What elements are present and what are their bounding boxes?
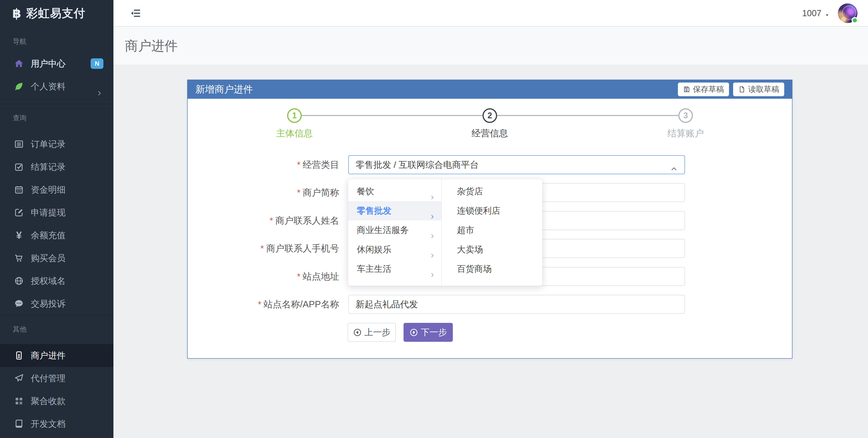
sidebar-item-user-center[interactable]: 用户中心 N: [0, 52, 114, 75]
panel-header: 新增商户进件 保存草稿 读取草稿: [188, 80, 792, 99]
required-asterisk: *: [297, 188, 300, 197]
brand-name: 彩虹易支付: [26, 6, 86, 21]
file-icon: [738, 86, 745, 93]
sidebar-item-label: 用户中心: [31, 59, 65, 68]
category-item-business-life-services[interactable]: 商业生活服务: [348, 221, 441, 240]
next-step-label: 下一步: [421, 327, 447, 338]
chevron-up-icon: [670, 161, 678, 169]
sidebar-item-label: 开发文档: [31, 419, 65, 429]
sidebar-section-query: 查询 订单记录 结算记录 资金明细: [0, 104, 114, 315]
sidebar-item-authorized-domains[interactable]: 授权域名: [0, 270, 114, 292]
save-draft-button[interactable]: 保存草稿: [678, 82, 729, 96]
sidebar-item-balance-recharge[interactable]: ¥ 余额充值: [0, 224, 114, 247]
section-label: 导航: [0, 27, 114, 52]
sidebar-item-label: 授权域名: [31, 276, 65, 286]
save-icon: [683, 86, 690, 93]
subcategory-item-hypermarket[interactable]: 大卖场: [442, 240, 542, 259]
next-step-button[interactable]: 下一步: [404, 323, 453, 342]
online-status-dot: [851, 17, 858, 24]
sidebar-item-buy-membership[interactable]: 购买会员: [0, 247, 114, 270]
required-asterisk: *: [297, 272, 300, 281]
sidebar-item-settlement-records[interactable]: 结算记录: [0, 156, 114, 178]
sidebar-item-profile[interactable]: 个人资料: [0, 75, 114, 98]
subcategory-item-supermarket[interactable]: 超市: [442, 221, 542, 240]
check-square-icon: [14, 162, 24, 172]
sidebar-item-label: 结算记录: [31, 162, 65, 172]
sidebar-item-withdraw-request[interactable]: 申请提现: [0, 201, 114, 224]
selected-category-value: 零售批发 / 互联网综合电商平台: [355, 160, 479, 170]
step-2-circle: 2: [483, 108, 497, 123]
page-heading-bar: 商户进件: [114, 27, 868, 65]
load-draft-button[interactable]: 读取草稿: [733, 82, 784, 96]
category-column: 餐饮 零售批发 商业生活服务 休闲娱乐: [348, 179, 442, 286]
panel-title: 新增商户进件: [195, 83, 253, 96]
id-card-icon: [14, 351, 24, 360]
subcategory-item-clipped[interactable]: [442, 279, 542, 286]
previous-step-button[interactable]: 上一步: [348, 323, 396, 342]
sidebar-item-aggregate-collection[interactable]: 聚合收款: [0, 390, 114, 412]
sidebar-item-label: 聚合收款: [31, 396, 65, 406]
sidebar-item-merchant-onboarding[interactable]: 商户进件: [0, 344, 114, 367]
sidebar-item-label: 资金明细: [31, 185, 65, 195]
step-1-label: 主体信息: [249, 127, 340, 139]
step-3-label: 结算账户: [640, 127, 731, 139]
required-asterisk: *: [297, 160, 300, 170]
chevron-right-icon: [96, 82, 103, 90]
sidebar-item-label: 个人资料: [31, 81, 65, 91]
chevron-right-icon: [429, 188, 435, 195]
site-name-input[interactable]: [348, 295, 685, 314]
topbar: 1007: [114, 0, 868, 27]
sidebar-item-label: 申请提现: [31, 208, 65, 217]
merchant-onboarding-panel: 新增商户进件 保存草稿 读取草稿 1 2 3 主体信息 经: [187, 79, 793, 359]
user-menu[interactable]: 1007: [802, 8, 830, 18]
category-item-leisure-entertainment[interactable]: 休闲娱乐: [348, 240, 441, 259]
panel-header-actions: 保存草稿 读取草稿: [678, 82, 784, 96]
required-asterisk: *: [270, 216, 273, 226]
chevron-right-icon: [429, 266, 435, 272]
step-connector: [497, 115, 678, 116]
subcategory-column: 杂货店 连锁便利店 超市 大卖场 百货商场: [442, 179, 542, 286]
subcategory-item-grocery-store[interactable]: 杂货店: [442, 182, 542, 201]
sidebar-section-other: 其他 商户进件 代付管理 聚合收款: [0, 315, 114, 435]
qrcode-icon: [14, 396, 24, 406]
category-item-retail-wholesale[interactable]: 零售批发: [348, 201, 441, 221]
subcategory-item-department-store[interactable]: 百货商场: [442, 259, 542, 279]
save-draft-label: 保存草稿: [693, 84, 724, 95]
step-2-label: 经营信息: [444, 127, 535, 139]
avatar[interactable]: [838, 3, 858, 23]
leaf-icon: [14, 81, 24, 91]
book-icon: [14, 419, 24, 429]
circle-arrow-left-icon: [353, 328, 362, 337]
yen-icon: ¥: [14, 224, 24, 247]
sidebar-toggle-icon[interactable]: [130, 7, 141, 19]
category-item-clipped[interactable]: [348, 279, 441, 286]
sidebar-item-fund-details[interactable]: 资金明细: [0, 178, 114, 201]
sidebar-item-order-records[interactable]: 订单记录: [0, 133, 114, 156]
category-item-catering[interactable]: 餐饮: [348, 182, 441, 201]
step-3-circle: 3: [678, 108, 693, 123]
field-label: 商户联系人姓名: [275, 215, 339, 226]
chevron-right-icon: [429, 246, 435, 252]
bitcoin-icon: ฿: [12, 6, 21, 21]
sidebar-item-payout-management[interactable]: 代付管理: [0, 367, 114, 390]
app-logo[interactable]: ฿ 彩虹易支付: [0, 0, 114, 27]
sidebar: ฿ 彩虹易支付 导航 用户中心 N 个人资料: [0, 0, 114, 438]
subcategory-item-chain-convenience-store[interactable]: 连锁便利店: [442, 201, 542, 221]
business-category-select[interactable]: 零售批发 / 互联网综合电商平台: [348, 155, 685, 174]
page-title: 商户进件: [114, 27, 868, 65]
section-label: 其他: [0, 315, 114, 344]
sidebar-item-label: 购买会员: [31, 253, 65, 263]
sidebar-item-dev-docs[interactable]: 开发文档: [0, 412, 114, 435]
sidebar-item-label: 代付管理: [31, 373, 65, 383]
caret-down-icon: [824, 10, 830, 16]
user-id-text: 1007: [802, 8, 822, 18]
home-icon: [14, 59, 24, 68]
form-row-business-category: *经营类目 零售批发 / 互联网综合电商平台: [188, 155, 713, 174]
sidebar-item-label: 商户进件: [31, 351, 65, 360]
topbar-right: 1007: [802, 0, 858, 27]
section-label: 查询: [0, 104, 114, 133]
sidebar-item-label: 交易投诉: [31, 299, 65, 308]
sidebar-item-transaction-complaints[interactable]: 交易投诉: [0, 292, 114, 315]
category-item-car-owner-life[interactable]: 车主生活: [348, 259, 441, 279]
step-1-circle: 1: [287, 108, 302, 123]
